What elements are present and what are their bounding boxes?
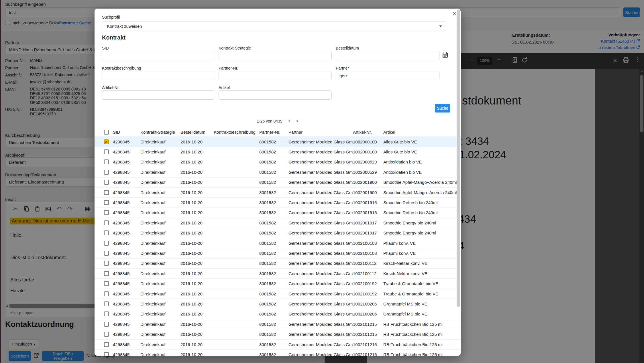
table-row[interactable]: 4298845Direkteinkauf2016-10-208001582Ger… xyxy=(95,319,461,329)
column-header[interactable]: Artikel xyxy=(383,130,461,135)
row-checkbox-checked[interactable]: ✓ xyxy=(104,139,109,144)
table-cell: Direkteinkauf xyxy=(140,261,180,266)
table-cell: 2016-10-20 xyxy=(180,241,214,246)
table-cell: Alles Gute bio VE xyxy=(383,149,461,154)
table-row[interactable]: 4298845Direkteinkauf2016-10-208001582Ger… xyxy=(95,309,461,319)
table-row[interactable]: 4298845Direkteinkauf2016-10-208001582Ger… xyxy=(95,259,461,269)
partner-nr-input[interactable] xyxy=(219,71,332,80)
table-cell: Gerresheimer Moulded Glass GmbH xyxy=(288,311,353,316)
artikel-nr-input[interactable] xyxy=(102,90,214,100)
table-cell: 4298845 xyxy=(113,311,140,316)
row-checkbox[interactable] xyxy=(104,332,109,337)
table-cell: Smoothie Apfel-Mango+Acerola 240ml xyxy=(383,180,461,185)
table-cell: 8001582 xyxy=(259,230,288,235)
row-checkbox[interactable] xyxy=(104,311,109,316)
table-cell: 8001582 xyxy=(259,291,288,296)
table-cell: 2016-10-20 xyxy=(180,200,214,205)
table-cell: 4298845 xyxy=(113,261,140,266)
table-row[interactable]: 4298845Direkteinkauf2016-10-208001582Ger… xyxy=(95,289,461,299)
row-checkbox[interactable] xyxy=(104,210,109,215)
suchprofil-label: Suchprofil xyxy=(102,15,120,19)
table-cell: 8001582 xyxy=(259,251,288,256)
row-checkbox[interactable] xyxy=(104,352,109,356)
table-cell: 8001582 xyxy=(259,332,288,337)
row-checkbox[interactable] xyxy=(104,241,109,246)
sid-input[interactable] xyxy=(102,51,214,60)
row-checkbox[interactable] xyxy=(104,170,109,175)
column-header[interactable]: Artikel-Nr. xyxy=(353,130,383,135)
row-checkbox[interactable] xyxy=(104,261,109,266)
table-cell: 1002000529 xyxy=(353,159,383,164)
row-checkbox[interactable] xyxy=(104,291,109,296)
row-checkbox[interactable] xyxy=(104,322,109,327)
table-cell: Smoothie Refresh bio 240ml xyxy=(383,200,461,205)
bestelldatum-input[interactable] xyxy=(336,51,439,60)
row-checkbox[interactable] xyxy=(104,251,109,256)
suchprofil-select[interactable]: Kontrakt zuweisen xyxy=(102,21,446,31)
table-row[interactable]: 4298845Direkteinkauf2016-10-208001582Ger… xyxy=(95,218,461,228)
row-checkbox[interactable] xyxy=(104,190,109,195)
suche-button[interactable]: Suche xyxy=(435,104,450,113)
table-cell: 8001582 xyxy=(259,210,288,215)
row-checkbox[interactable] xyxy=(104,271,109,276)
column-header[interactable]: Kontrakt-Strategie xyxy=(140,130,180,135)
column-header[interactable]: Bestelldatum xyxy=(180,130,214,135)
table-cell: 8001582 xyxy=(259,149,288,154)
calendar-icon[interactable] xyxy=(442,52,448,59)
row-checkbox[interactable] xyxy=(104,342,109,347)
table-row[interactable]: 4298845Direkteinkauf2016-10-208001582Ger… xyxy=(95,167,461,177)
table-cell: Direkteinkauf xyxy=(140,291,180,296)
modal-scrollbar-thumb[interactable] xyxy=(457,9,460,307)
table-row[interactable]: ✓4298845Direkteinkauf2016-10-208001582Ge… xyxy=(95,137,461,147)
row-checkbox[interactable] xyxy=(104,180,109,185)
table-cell: 4298845 xyxy=(113,301,140,306)
table-cell: Kirsch-Nektar konv. VE xyxy=(383,271,461,276)
table-row[interactable]: 4298845Direkteinkauf2016-10-208001582Ger… xyxy=(95,329,461,339)
table-row[interactable]: 4298845Direkteinkauf2016-10-208001582Ger… xyxy=(95,248,461,258)
column-header[interactable]: Partner-Nr. xyxy=(259,130,288,135)
table-row[interactable]: 4298845Direkteinkauf2016-10-208001582Ger… xyxy=(95,228,461,238)
table-row[interactable]: 4298845Direkteinkauf2016-10-208001582Ger… xyxy=(95,147,461,157)
table-row[interactable]: 4298845Direkteinkauf2016-10-208001582Ger… xyxy=(95,188,461,198)
table-cell: 1002100108 xyxy=(353,241,383,246)
row-checkbox[interactable] xyxy=(104,149,109,154)
kontraktbeschreibung-input[interactable] xyxy=(102,71,214,80)
pagination: 1-25 von 8439 < > xyxy=(95,119,461,123)
column-header[interactable]: Kontraktbeschreibung xyxy=(214,130,259,135)
table-cell: 4298845 xyxy=(113,210,140,215)
table-row[interactable]: 4298845Direkteinkauf2016-10-208001582Ger… xyxy=(95,340,461,350)
row-checkbox[interactable] xyxy=(104,220,109,225)
table-row[interactable]: 4298845Direkteinkauf2016-10-208001582Ger… xyxy=(95,238,461,248)
table-cell: 2016-10-20 xyxy=(180,332,214,337)
column-header[interactable]: Partner xyxy=(288,130,353,135)
table-row[interactable]: 4298845Direkteinkauf2016-10-208001582Ger… xyxy=(95,350,461,356)
results-table: ✓4298845Direkteinkauf2016-10-208001582Ge… xyxy=(95,137,461,356)
table-cell: Smoothie Energy bio 240ml xyxy=(383,230,461,235)
table-cell: 2016-10-20 xyxy=(180,261,214,266)
table-row[interactable]: 4298845Direkteinkauf2016-10-208001582Ger… xyxy=(95,177,461,188)
select-all-checkbox[interactable] xyxy=(104,130,109,135)
table-cell: 2016-10-20 xyxy=(180,220,214,225)
table-row[interactable]: 4298845Direkteinkauf2016-10-208001582Ger… xyxy=(95,157,461,167)
row-checkbox[interactable] xyxy=(104,200,109,205)
column-header[interactable]: SID xyxy=(113,130,140,135)
table-cell: 1002001900 xyxy=(353,190,383,195)
table-row[interactable]: 4298845Direkteinkauf2016-10-208001582Ger… xyxy=(95,198,461,208)
table-cell: 1002101216 xyxy=(353,352,383,356)
artikel-label: Artikel xyxy=(219,85,230,90)
table-row[interactable]: 4298845Direkteinkauf2016-10-208001582Ger… xyxy=(95,269,461,279)
partner-input[interactable] xyxy=(336,71,439,80)
table-row[interactable]: 4298845Direkteinkauf2016-10-208001582Ger… xyxy=(95,299,461,309)
table-row[interactable]: 4298845Direkteinkauf2016-10-208001582Ger… xyxy=(95,208,461,218)
table-row[interactable]: 4298845Direkteinkauf2016-10-208001582Ger… xyxy=(95,279,461,289)
artikel-input[interactable] xyxy=(219,90,332,100)
next-page-icon[interactable]: > xyxy=(296,119,299,123)
row-checkbox[interactable] xyxy=(104,281,109,286)
kontrakt-strategie-input[interactable] xyxy=(219,51,332,60)
row-checkbox[interactable] xyxy=(104,159,109,164)
table-cell: 1002100108 xyxy=(353,251,383,256)
close-icon[interactable]: × xyxy=(453,10,456,17)
row-checkbox[interactable] xyxy=(104,301,109,306)
prev-page-icon[interactable]: < xyxy=(288,119,290,123)
row-checkbox[interactable] xyxy=(104,230,109,235)
